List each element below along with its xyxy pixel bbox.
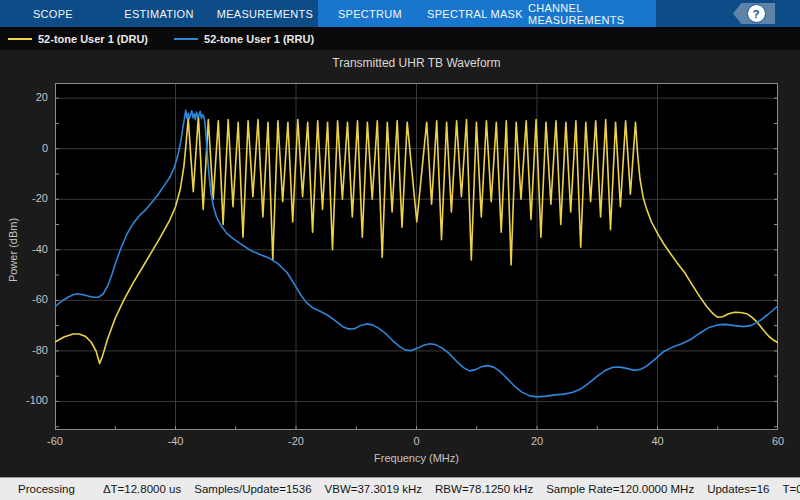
help-icon: ? (747, 4, 766, 23)
x-tick-label: -40 (159, 435, 193, 447)
tab-scope[interactable]: SCOPE (0, 0, 106, 27)
y-tick-label: 20 (2, 91, 48, 103)
legend-label: 52-tone User 1 (RRU) (204, 33, 314, 45)
x-tick-label: 0 (400, 435, 434, 447)
tab-spectrum[interactable]: SPECTRUM (318, 0, 422, 27)
status-items: ΔT=12.8000 usSamples/Update=1536VBW=37.3… (103, 483, 800, 495)
legend-label: 52-tone User 1 (DRU) (38, 33, 148, 45)
legend-entry-0[interactable]: 52-tone User 1 (DRU) (8, 33, 148, 45)
status-item: Sample Rate=120.0000 MHz (546, 483, 694, 495)
x-tick-label: 20 (520, 435, 554, 447)
y-tick-label: -80 (2, 344, 48, 356)
spectrum-analyzer-window: SCOPEESTIMATIONMEASUREMENTSSPECTRUMSPECT… (0, 0, 800, 500)
x-axis-label: Frequency (MHz) (55, 452, 778, 464)
toolstrip: SCOPEESTIMATIONMEASUREMENTSSPECTRUMSPECT… (0, 0, 800, 27)
status-item: Samples/Update=1536 (194, 483, 311, 495)
x-tick-label: 40 (641, 435, 675, 447)
status-item: Updates=16 (707, 483, 769, 495)
tab-spectral-mask[interactable]: SPECTRAL MASK (422, 0, 528, 27)
y-tick-label: -20 (2, 192, 48, 204)
status-mode: Processing (18, 483, 75, 495)
x-tick-label: -60 (38, 435, 72, 447)
y-tick-labels: 200-20-40-60-80-100 (2, 50, 48, 477)
help-button[interactable]: ? (733, 3, 775, 24)
y-tick-label: -60 (2, 293, 48, 305)
tab-estimation[interactable]: ESTIMATION (106, 0, 212, 27)
status-item: T=0.00 (783, 483, 800, 495)
status-bar: Processing ΔT=12.8000 usSamples/Update=1… (0, 477, 800, 500)
y-tick-label: -40 (2, 243, 48, 255)
y-tick-label: -100 (2, 394, 48, 406)
x-tick-labels: -60-40-200204060 (55, 435, 778, 449)
legend-swatch (8, 38, 32, 40)
legend: 52-tone User 1 (DRU)52-tone User 1 (RRU) (0, 27, 800, 50)
legend-entry-1[interactable]: 52-tone User 1 (RRU) (174, 33, 314, 45)
tab-measurements[interactable]: MEASUREMENTS (212, 0, 318, 27)
status-item: RBW=78.1250 kHz (435, 483, 533, 495)
x-tick-label: -20 (279, 435, 313, 447)
legend-swatch (174, 38, 198, 40)
y-tick-label: 0 (2, 142, 48, 154)
tab-channel-measurements[interactable]: CHANNEL MEASUREMENTS (528, 0, 656, 27)
figure-area: Transmitted UHR TB Waveform Power (dBm) … (0, 50, 800, 477)
chart-title: Transmitted UHR TB Waveform (55, 56, 778, 70)
status-item: ΔT=12.8000 us (103, 483, 181, 495)
x-tick-label: 60 (761, 435, 795, 447)
status-item: VBW=37.3019 kHz (325, 483, 422, 495)
spectrum-plot[interactable] (55, 83, 778, 430)
